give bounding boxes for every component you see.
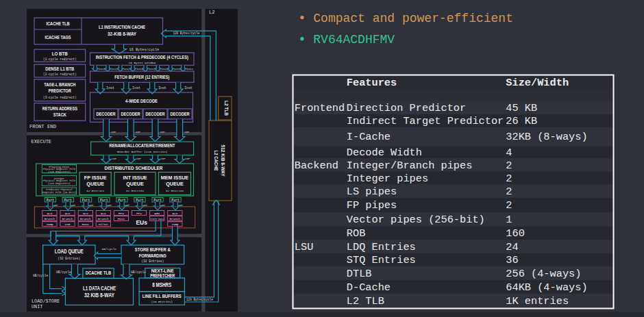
svg-text:Branch: Branch [62,217,73,220]
svg-text:ALU: ALU [65,212,71,215]
svg-text:256 (4-ways): 256 (4-ways) [506,268,581,280]
svg-text:32 KIB 8-WAY: 32 KIB 8-WAY [84,292,114,299]
svg-text:MEM ISSUE: MEM ISSUE [161,175,189,181]
svg-text:uOP: uOP [125,204,129,207]
svg-text:LO BTB: LO BTB [52,51,68,56]
svg-text:RV64ACDHFMV: RV64ACDHFMV [313,33,395,47]
svg-text:L2 TLB: L2 TLB [224,101,229,116]
svg-text:8B/cycle: 8B/cycle [102,247,116,251]
svg-text:2: 2 [506,199,512,212]
svg-text:L1 INSTRUCTION CACHE: L1 INSTRUCTION CACHE [99,25,145,29]
svg-text:Branch: Branch [45,217,55,220]
svg-text:FPU: FPU [136,212,142,215]
svg-text:Inst: Inst [106,86,114,90]
svg-text:Branch: Branch [98,217,109,220]
svg-text:uOP: uOP [184,131,190,134]
svg-text:Jump: Jump [171,223,179,226]
svg-text:1: 1 [506,214,512,226]
svg-text:FP ISSUE: FP ISSUE [84,175,107,181]
svg-text:INT ISSUE: INT ISSUE [123,175,147,181]
svg-text:uOP: uOP [143,204,147,207]
svg-text:RETURN ADDRESS: RETURN ADDRESS [42,106,77,111]
svg-text:DISTRIBUTED SCHEDULER: DISTRIBUTED SCHEDULER [105,165,163,171]
svg-text:FDiv: FDiv [118,217,125,220]
svg-text:45 KB: 45 KB [506,102,537,114]
svg-text:uOP: uOP [136,131,141,134]
svg-text:64KB (4-ways): 64KB (4-ways) [506,281,587,294]
svg-text:CSR: CSR [65,223,71,226]
svg-text:ALU: ALU [101,212,106,215]
svg-text:AGU: AGU [154,212,160,215]
svg-text:4-WIDE DECODE: 4-WIDE DECODE [125,98,158,104]
svg-text:DTLB: DTLB [347,268,372,280]
svg-text:Direction Predictor: Direction Predictor [347,102,466,114]
svg-text:ALU: ALU [83,212,88,215]
svg-text:Integer/Branch pipes: Integer/Branch pipes [347,160,473,172]
svg-text:UNIT: UNIT [32,304,43,309]
svg-text:uOP: uOP [179,204,183,207]
svg-text:DECODER: DECODER [146,112,165,116]
svg-text:FPU: FPU [119,212,124,215]
svg-text:DCACHE TLB: DCACHE TLB [86,270,111,275]
svg-text:uOP: uOP [136,157,142,160]
svg-text:LSU: LSU [295,241,314,253]
svg-text:PREDICTOR: PREDICTOR [49,88,71,93]
svg-text:Features: Features [347,77,397,89]
svg-text:FRONT END: FRONT END [29,124,56,129]
svg-text:4: 4 [506,147,512,159]
svg-text:Jump: Jump [46,223,53,226]
svg-text:36: 36 [506,254,518,266]
svg-text:L2 TLB: L2 TLB [347,295,384,307]
svg-text:(1-cycle redirect): (1-cycle redirect) [43,58,77,61]
svg-text:DENSE L1 BTB: DENSE L1 BTB [45,66,74,71]
svg-text:Backend: Backend [295,160,338,172]
svg-text:uOP: uOP [71,204,75,207]
svg-text:ALU: ALU [172,212,177,215]
svg-text:512 KiB 8-WAY: 512 KiB 8-WAY [221,145,225,177]
svg-text:2: 2 [506,160,512,172]
svg-text:LDQ Entries: LDQ Entries [347,241,416,253]
svg-text:(32 Entries): (32 Entries) [141,259,164,263]
svg-text:Inst: Inst [158,86,166,90]
svg-text:Mul/Div: Mul/Div [99,223,108,226]
svg-text:PREFETCHER: PREFETCHER [150,273,175,278]
svg-text:Register File (18 bits): Register File (18 bits) [42,191,77,194]
svg-text:uOP: uOP [90,204,94,207]
svg-text:8B/cycle: 8B/cycle [56,270,71,274]
svg-text:uOP: uOP [111,131,116,134]
svg-text:L1 DATA CACHE: L1 DATA CACHE [83,285,116,292]
svg-text:Port: Port [82,199,90,202]
svg-text:160: 160 [506,227,525,240]
svg-text:Compact and power-efficient: Compact and power-efficient [313,12,513,25]
svg-text:8B/cycle: 8B/cycle [33,274,48,277]
svg-text:uOP: uOP [185,157,190,160]
svg-text:LOAD QUEUE: LOAD QUEUE [55,248,84,255]
svg-text:Store Data: Store Data [150,218,164,220]
svg-text:Port: Port [153,199,162,202]
svg-text:26 KB: 26 KB [506,115,537,127]
svg-text:32 Entries: 32 Entries [166,189,184,192]
svg-text:Port: Port [100,199,108,202]
svg-text:32 Entries: 32 Entries [126,189,145,192]
svg-text:1K entries: 1K entries [506,295,569,307]
svg-text:RoCC: RoCC [82,223,90,226]
svg-text:STORE BUFFER &: STORE BUFFER & [135,246,171,253]
svg-text:(10 Entries): (10 Entries) [151,300,173,303]
svg-text:(32 Entries): (32 Entries) [58,257,80,260]
svg-text:Inst: Inst [132,86,140,90]
svg-text:ReOrder Buffer (128 entries): ReOrder Buffer (128 entries) [117,150,168,153]
svg-text:ROB: ROB [347,227,366,240]
svg-text:128 Bytes/cycle: 128 Bytes/cycle [186,298,213,301]
svg-text:EUs: EUs [136,219,147,226]
svg-text:Port: Port [47,199,55,202]
svg-text:Vector pipes (256-bit): Vector pipes (256-bit) [347,214,485,226]
svg-text:INSTRUCTION FETCH & PREDECODE: INSTRUCTION FETCH & PREDECODE (4 CYCLES) [96,55,188,60]
svg-text:32-KiB 8-WAY: 32-KiB 8-WAY [108,31,136,36]
svg-text:ICACHE TAGS: ICACHE TAGS [45,35,71,40]
svg-text:QUEUE: QUEUE [166,181,184,187]
svg-text:Branch: Branch [80,217,91,220]
svg-text:Inst: Inst [184,86,193,90]
svg-text:Decode Width: Decode Width [347,147,422,159]
svg-text:Branch: Branch [170,217,181,220]
svg-text:uOP: uOP [108,204,112,207]
